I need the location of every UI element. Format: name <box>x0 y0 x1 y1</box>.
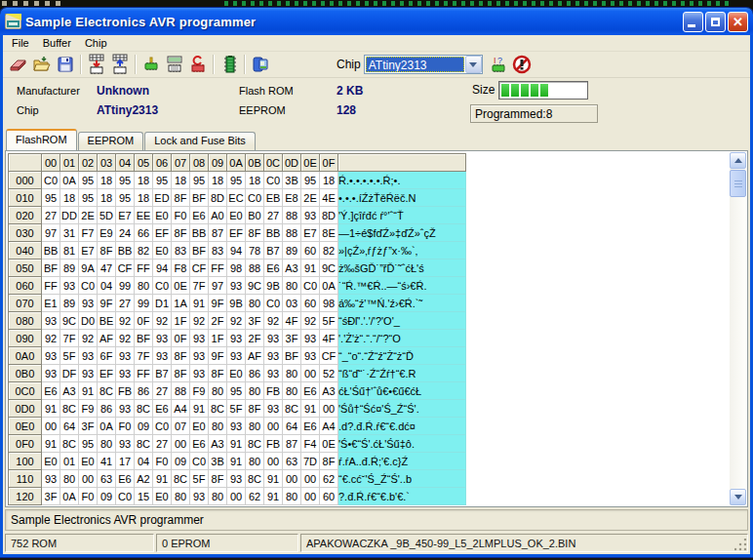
hex-byte-cell[interactable]: AF <box>98 330 116 347</box>
hex-byte-cell[interactable]: F0 <box>116 418 135 435</box>
hex-byte-cell[interactable]: 5D <box>98 207 116 224</box>
hex-byte-cell[interactable]: 92 <box>190 312 209 330</box>
hex-byte-cell[interactable]: 80 <box>283 277 301 295</box>
hex-byte-cell[interactable]: BB <box>42 242 60 260</box>
hex-byte-cell[interactable]: 80 <box>209 418 227 435</box>
hex-byte-cell[interactable]: 8E <box>320 224 338 242</box>
hex-byte-cell[interactable]: D1 <box>153 295 172 312</box>
hex-byte-cell[interactable]: 98 <box>320 295 338 312</box>
hex-byte-cell[interactable]: 5F <box>60 347 79 365</box>
vertical-scrollbar[interactable] <box>730 152 746 505</box>
hex-byte-cell[interactable]: 8C <box>98 382 116 400</box>
hex-byte-cell[interactable]: ED <box>153 189 172 207</box>
hex-byte-cell[interactable]: 86 <box>246 365 264 382</box>
hex-byte-cell[interactable]: 9F <box>209 295 227 312</box>
hex-byte-cell[interactable]: 80 <box>246 382 264 400</box>
compare-buffers-button[interactable] <box>249 54 272 76</box>
hex-byte-cell[interactable]: 9A <box>79 260 98 277</box>
hex-byte-cell[interactable]: 93 <box>42 312 60 330</box>
hex-byte-cell[interactable]: 8F <box>246 224 264 242</box>
hex-byte-cell[interactable]: BB <box>190 224 209 242</box>
hex-byte-cell[interactable]: 1F <box>172 312 190 330</box>
hex-byte-cell[interactable]: E7 <box>79 242 98 260</box>
hex-byte-cell[interactable]: 94 <box>153 260 172 277</box>
hex-byte-cell[interactable]: E0 <box>190 418 209 435</box>
hex-byte-cell[interactable]: 0A <box>320 277 338 295</box>
hex-byte-cell[interactable]: 93 <box>264 365 283 382</box>
hex-byte-cell[interactable]: E0 <box>227 207 246 224</box>
hex-byte-cell[interactable]: 93 <box>264 400 283 418</box>
hex-byte-cell[interactable]: 93 <box>227 330 246 347</box>
hex-byte-cell[interactable]: CF <box>320 347 338 365</box>
hex-byte-cell[interactable]: 8C <box>246 470 264 488</box>
hex-byte-cell[interactable]: 80 <box>60 470 79 488</box>
hex-byte-cell[interactable]: F9 <box>79 400 98 418</box>
hex-byte-cell[interactable]: 8F <box>209 365 227 382</box>
hex-byte-cell[interactable]: 92 <box>116 312 135 330</box>
hex-byte-cell[interactable]: 63 <box>98 470 116 488</box>
hex-byte-cell[interactable]: 27 <box>264 207 283 224</box>
hex-byte-cell[interactable]: 8C <box>60 400 79 418</box>
hex-byte-cell[interactable]: 8C <box>135 435 153 453</box>
hex-byte-cell[interactable]: 93 <box>116 435 135 453</box>
hex-byte-cell[interactable]: 01 <box>60 453 79 470</box>
hex-byte-cell[interactable]: A0 <box>209 207 227 224</box>
hex-byte-cell[interactable]: F9 <box>190 382 209 400</box>
hex-byte-cell[interactable]: FF <box>209 260 227 277</box>
hex-byte-cell[interactable]: 41 <box>98 453 116 470</box>
hex-byte-cell[interactable]: E1 <box>42 295 60 312</box>
hex-byte-cell[interactable]: C0 <box>190 453 209 470</box>
hex-byte-cell[interactable]: 88 <box>172 382 190 400</box>
hex-byte-cell[interactable]: 88 <box>246 260 264 277</box>
hex-byte-cell[interactable]: 2F <box>246 330 264 347</box>
hex-byte-cell[interactable]: BE <box>98 312 116 330</box>
hex-byte-cell[interactable]: 8D <box>209 189 227 207</box>
hex-byte-cell[interactable]: 8C <box>172 470 190 488</box>
hex-byte-cell[interactable]: 87 <box>283 435 301 453</box>
hex-byte-cell[interactable]: 27 <box>153 435 172 453</box>
scroll-up-button[interactable] <box>730 152 746 169</box>
hex-byte-cell[interactable]: 92 <box>301 312 320 330</box>
hex-byte-cell[interactable]: 8C <box>246 435 264 453</box>
identify-chip-button[interactable]: I ? <box>487 54 510 76</box>
hex-byte-cell[interactable]: 92 <box>42 330 60 347</box>
hex-byte-cell[interactable]: E6 <box>42 382 60 400</box>
hex-byte-cell[interactable]: 15 <box>135 488 153 505</box>
hex-byte-cell[interactable]: 7D <box>301 453 320 470</box>
hex-byte-cell[interactable]: 0E <box>320 435 338 453</box>
menu-file[interactable]: File <box>5 36 36 50</box>
hex-byte-cell[interactable]: 64 <box>60 418 79 435</box>
hex-byte-cell[interactable]: FF <box>135 260 153 277</box>
hex-byte-cell[interactable]: 8F <box>172 347 190 365</box>
hex-byte-cell[interactable]: 93 <box>116 347 135 365</box>
hex-byte-cell[interactable]: BF <box>42 260 60 277</box>
hex-byte-cell[interactable]: CF <box>190 260 209 277</box>
hex-byte-cell[interactable]: 00 <box>320 400 338 418</box>
hex-byte-cell[interactable]: 8C <box>283 400 301 418</box>
hex-byte-cell[interactable]: A3 <box>60 382 79 400</box>
hex-byte-cell[interactable]: 91 <box>301 260 320 277</box>
hex-byte-cell[interactable]: 0E <box>172 277 190 295</box>
hex-byte-cell[interactable]: 4F <box>320 330 338 347</box>
hex-byte-cell[interactable]: 91 <box>190 400 209 418</box>
hex-byte-cell[interactable]: 27 <box>153 382 172 400</box>
hex-byte-cell[interactable]: 93 <box>42 365 60 382</box>
hex-byte-cell[interactable]: E0 <box>153 488 172 505</box>
hex-byte-cell[interactable]: 3F <box>42 488 60 505</box>
hex-byte-cell[interactable]: 91 <box>190 295 209 312</box>
hex-byte-cell[interactable]: 18 <box>135 172 153 189</box>
hex-byte-cell[interactable]: EE <box>135 207 153 224</box>
hex-byte-cell[interactable]: 93 <box>264 347 283 365</box>
chip-combobox-dropdown-button[interactable] <box>465 56 482 73</box>
hex-byte-cell[interactable]: 5F <box>227 400 246 418</box>
hex-byte-cell[interactable]: 80 <box>283 488 301 505</box>
menu-chip[interactable]: Chip <box>78 36 114 50</box>
hex-byte-cell[interactable]: E6 <box>190 435 209 453</box>
hex-byte-cell[interactable]: 93 <box>301 207 320 224</box>
hex-byte-cell[interactable]: 1F <box>209 330 227 347</box>
hex-byte-cell[interactable]: 18 <box>98 189 116 207</box>
hex-byte-cell[interactable]: 47 <box>98 260 116 277</box>
hex-byte-cell[interactable]: 93 <box>190 488 209 505</box>
tab-lock-fuse-bits[interactable]: Lock and Fuse Bits <box>144 132 256 150</box>
hex-byte-cell[interactable]: E0 <box>153 207 172 224</box>
